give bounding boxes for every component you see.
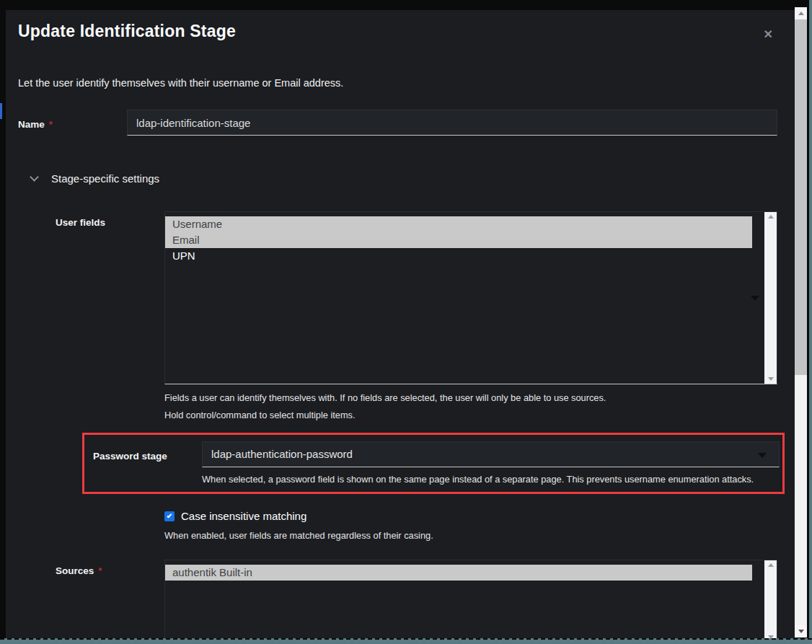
scrollbar-thumb[interactable] (795, 19, 807, 375)
user-fields-row: User fields Username Email UPN (56, 211, 777, 420)
sources-required-marker: * (98, 565, 102, 576)
user-fields-scrollbar[interactable] (764, 212, 777, 384)
modal-content: Update Identification Stage ✕ Let the us… (6, 10, 797, 642)
case-insensitive-row: ✔ Case insensitive matching When enabled… (164, 510, 777, 541)
name-required-marker: * (49, 119, 53, 130)
checkbox-checked-icon[interactable]: ✔ (164, 511, 175, 521)
user-fields-listbox[interactable]: Username Email UPN (164, 211, 777, 384)
sources-label-cell: Sources* (56, 560, 164, 642)
user-fields-help-2: Hold control/command to select multiple … (164, 410, 777, 420)
backdrop-accent (0, 103, 2, 119)
listbox-option-authentik-built-in[interactable]: authentik Built-in (165, 565, 752, 581)
modal-description: Let the user identify themselves with th… (18, 77, 777, 89)
listbox-option-email[interactable]: Email (165, 232, 752, 248)
dropdown-caret-icon (751, 296, 759, 301)
screenshot-right-border (809, 0, 812, 644)
sources-field-cell: authentik Built-in (164, 560, 777, 642)
password-stage-select[interactable]: ldap-authentication-password (202, 441, 780, 467)
scrollbar-up-button[interactable] (795, 7, 807, 19)
screenshot-root: Update Identification Stage ✕ Let the us… (0, 0, 812, 644)
user-fields-label: User fields (56, 217, 105, 228)
user-fields-options: Username Email UPN (165, 212, 777, 264)
password-stage-label: Password stage (93, 451, 167, 462)
stage-specific-settings-section: User fields Username Email UPN (56, 211, 777, 642)
sources-label: Sources (56, 565, 94, 576)
modal-header: Update Identification Stage ✕ (18, 22, 777, 41)
modal-title: Update Identification Stage (18, 22, 236, 41)
sources-listbox[interactable]: authentik Built-in (164, 560, 777, 642)
section-title: Stage-specific settings (51, 172, 159, 185)
scroll-up-icon (798, 12, 804, 15)
case-insensitive-help: When enabled, user fields are matched re… (164, 530, 777, 541)
name-label: Name (18, 119, 45, 130)
scroll-up-icon[interactable] (768, 215, 774, 219)
dropdown-caret-icon (758, 453, 767, 458)
name-label-cell: Name* (18, 110, 127, 136)
screenshot-bottom-border (0, 638, 812, 644)
password-stage-row: Password stage ldap-authentication-passw… (93, 441, 780, 485)
name-field-row: Name* (18, 110, 777, 136)
case-insensitive-checkbox-line[interactable]: ✔ Case insensitive matching (164, 510, 777, 522)
sources-options: authentik Built-in (165, 560, 777, 581)
listbox-option-upn[interactable]: UPN (165, 248, 752, 264)
close-icon[interactable]: ✕ (764, 27, 773, 41)
case-insensitive-label[interactable]: Case insensitive matching (181, 510, 306, 522)
listbox-option-username[interactable]: Username (165, 216, 752, 232)
sources-scrollbar[interactable] (764, 560, 777, 642)
user-fields-help-1: Fields a user can identify themselves wi… (164, 392, 777, 403)
user-fields-label-cell: User fields (56, 211, 164, 420)
sources-row: Sources* authentik Built-in (56, 560, 777, 642)
name-input[interactable] (127, 110, 777, 136)
red-annotation-box: Password stage ldap-authentication-passw… (82, 433, 785, 494)
scrollbar-down-button[interactable] (795, 625, 807, 637)
scroll-down-icon[interactable] (768, 377, 774, 381)
name-input-cell (127, 110, 777, 136)
scroll-up-icon[interactable] (768, 563, 774, 567)
password-stage-selected-value: ldap-authentication-password (211, 448, 353, 460)
chevron-down-icon (30, 172, 39, 182)
stage-specific-settings-toggle[interactable]: Stage-specific settings (18, 172, 777, 185)
password-stage-help: When selected, a password field is shown… (202, 474, 780, 485)
scroll-down-icon (798, 630, 804, 633)
user-fields-field-cell: Username Email UPN Fields a user can ide… (164, 211, 777, 420)
password-stage-label-cell: Password stage (93, 441, 202, 485)
password-stage-field-cell: ldap-authentication-password When select… (202, 441, 780, 485)
update-identification-stage-modal: Update Identification Stage ✕ Let the us… (6, 10, 797, 638)
page-scrollbar[interactable] (795, 7, 807, 638)
